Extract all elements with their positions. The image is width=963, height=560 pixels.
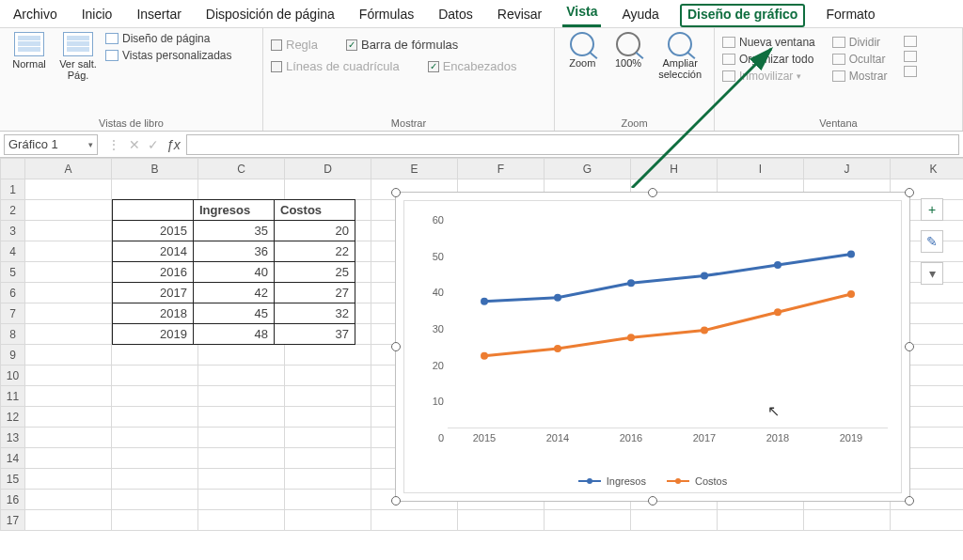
zoom-selection-button[interactable]: Ampliar selección (654, 32, 706, 80)
cell[interactable] (25, 262, 112, 283)
cell[interactable] (285, 490, 371, 510)
menu-item-vista[interactable]: Vista (562, 2, 601, 27)
row-header[interactable]: 1 (1, 179, 25, 200)
column-header[interactable]: C (198, 159, 285, 179)
menu-item-insertar[interactable]: Insertar (133, 5, 184, 27)
row-header[interactable]: 14 (1, 448, 25, 469)
cell[interactable] (112, 345, 198, 366)
cell[interactable] (891, 510, 964, 531)
table-cell[interactable]: 2014 (113, 241, 194, 262)
legend-item[interactable]: Costos (667, 475, 727, 487)
cell[interactable] (198, 179, 285, 200)
table-cell[interactable]: 35 (194, 221, 275, 241)
column-header[interactable]: F (458, 159, 545, 179)
cell[interactable] (25, 366, 112, 386)
cell[interactable] (25, 303, 112, 324)
cell[interactable] (112, 510, 198, 531)
row-header[interactable]: 4 (1, 241, 25, 262)
column-header[interactable]: G (545, 159, 631, 179)
cell[interactable] (198, 428, 285, 448)
table-cell[interactable]: 2016 (113, 262, 194, 283)
row-header[interactable]: 15 (1, 469, 25, 490)
row-header[interactable]: 5 (1, 262, 25, 283)
row-header[interactable]: 8 (1, 324, 25, 345)
cell[interactable] (198, 407, 285, 428)
row-header[interactable]: 3 (1, 221, 25, 241)
table-cell[interactable]: 22 (275, 241, 355, 262)
row-header[interactable]: 16 (1, 490, 25, 510)
cell[interactable] (25, 490, 112, 510)
cell[interactable] (25, 428, 112, 448)
chart-object[interactable]: 0102030405060 201520142016201720182019 I… (395, 192, 910, 502)
table-cell[interactable]: 2017 (113, 283, 194, 303)
cell[interactable] (198, 366, 285, 386)
chart-filter-button[interactable]: ▾ (921, 262, 943, 285)
cell[interactable] (25, 221, 112, 241)
cell[interactable] (545, 510, 631, 531)
hide-button[interactable]: Ocultar (832, 53, 888, 66)
cell[interactable] (25, 510, 112, 531)
toggle-headings[interactable]: Encabezados (428, 59, 517, 73)
column-header[interactable]: B (112, 159, 198, 179)
chart-styles-button[interactable]: ✎ (921, 230, 943, 253)
table-cell[interactable]: 25 (275, 262, 355, 283)
table-cell[interactable]: 40 (194, 262, 275, 283)
cell[interactable] (25, 283, 112, 303)
cell[interactable] (25, 241, 112, 262)
table-cell[interactable]: 45 (194, 303, 275, 324)
table-cell[interactable]: 27 (275, 283, 355, 303)
menu-item-disposicindepgina[interactable]: Disposición de página (202, 5, 339, 27)
cell[interactable] (804, 510, 891, 531)
cell[interactable] (112, 469, 198, 490)
view-custom-button[interactable]: Vistas personalizadas (105, 49, 232, 62)
menu-item-revisar[interactable]: Revisar (494, 5, 545, 27)
menu-item-frmulas[interactable]: Fórmulas (355, 5, 418, 27)
cell[interactable] (112, 428, 198, 448)
view-pagelayout-button[interactable]: Diseño de página (105, 32, 232, 45)
chart-legend[interactable]: IngresosCostos (404, 475, 901, 487)
table-cell[interactable]: 37 (275, 324, 355, 345)
cell[interactable] (371, 510, 458, 531)
cell[interactable] (198, 386, 285, 407)
cell[interactable] (458, 510, 545, 531)
table-cell[interactable]: 36 (194, 241, 275, 262)
zoom-100-button[interactable]: 100% (608, 32, 649, 69)
table-cell[interactable]: 2015 (113, 221, 194, 241)
cell[interactable] (25, 324, 112, 345)
formula-input[interactable] (186, 134, 959, 155)
row-header[interactable]: 6 (1, 283, 25, 303)
column-header[interactable]: J (804, 159, 891, 179)
cell[interactable] (285, 179, 371, 200)
cell[interactable] (198, 469, 285, 490)
table-cell[interactable]: 2019 (113, 324, 194, 345)
legend-item[interactable]: Ingresos (578, 475, 646, 487)
menu-item-ayuda[interactable]: Ayuda (618, 5, 662, 27)
column-header[interactable]: A (25, 159, 112, 179)
cell[interactable] (25, 407, 112, 428)
view-normal-button[interactable]: Normal (8, 32, 51, 70)
cell[interactable] (198, 345, 285, 366)
cell[interactable] (112, 407, 198, 428)
toggle-ruler[interactable]: Regla (271, 38, 318, 52)
cell[interactable] (25, 469, 112, 490)
arrange-all-button[interactable]: Organizar todo (722, 53, 815, 66)
row-header[interactable]: 11 (1, 386, 25, 407)
row-header[interactable]: 7 (1, 303, 25, 324)
view-pagebreak-button[interactable]: Ver salt. Pág. (56, 32, 100, 81)
cell[interactable] (285, 407, 371, 428)
column-header[interactable]: E (371, 159, 458, 179)
menu-item-formato[interactable]: Formato (822, 5, 878, 27)
cell[interactable] (112, 490, 198, 510)
table-cell[interactable]: 32 (275, 303, 355, 324)
column-header[interactable]: H (631, 159, 718, 179)
cell[interactable] (25, 179, 112, 200)
column-header[interactable]: D (285, 159, 371, 179)
cell[interactable] (285, 469, 371, 490)
row-header[interactable]: 2 (1, 200, 25, 221)
menu-item-archivo[interactable]: Archivo (9, 5, 61, 27)
menu-item-datos[interactable]: Datos (434, 5, 477, 27)
column-header[interactable]: I (718, 159, 804, 179)
cell[interactable] (285, 448, 371, 469)
cell[interactable] (25, 448, 112, 469)
table-cell[interactable]: 42 (194, 283, 275, 303)
